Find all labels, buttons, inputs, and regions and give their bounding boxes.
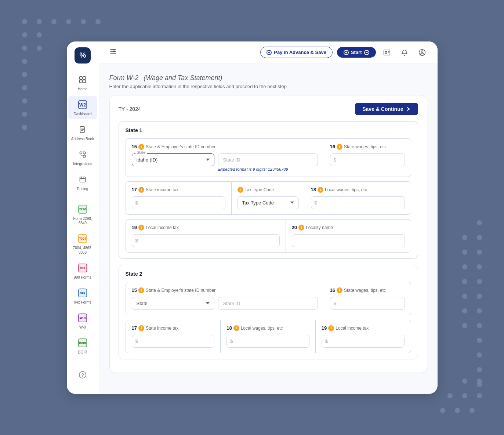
sidebar-item-pricing[interactable]: Pricing (68, 171, 97, 194)
field17-label: 17 i State income tax (132, 187, 225, 193)
state2-field19-wrapper: $ (322, 335, 405, 348)
state2-id-wrapper (218, 297, 318, 310)
pay-advance-button[interactable]: Pay in Advance & Save (260, 47, 333, 58)
svg-text:7004: 7004 (79, 236, 86, 240)
state2-field19-info-icon[interactable]: i (328, 325, 334, 331)
state1-field20-input[interactable] (292, 234, 405, 247)
state1-field19-input[interactable] (132, 234, 280, 247)
sidebar-item-home[interactable]: Home (68, 71, 97, 94)
w9-icon: W-9 (77, 312, 88, 324)
state2-field17-info-icon[interactable]: i (138, 325, 144, 331)
sidebar-item-integrations[interactable]: Integrations (68, 146, 97, 169)
sidebar-item-addressbook[interactable]: Address Book (68, 121, 97, 144)
990-icon: 990 (77, 262, 88, 274)
svg-text:?: ? (81, 372, 84, 377)
app-logo[interactable]: % (75, 47, 91, 64)
sidebar-item-form2290[interactable]: 2290 Form 2290, 8849 (68, 200, 97, 228)
state2-field19-label: 19 i Local income tax (322, 325, 405, 331)
app-container: % Home W2 (67, 41, 438, 394)
sidebar-label-form2290: Form 2290, 8849 (69, 217, 96, 225)
field17-wrapper: $ (132, 196, 225, 209)
sidebar-label-home: Home (78, 87, 88, 91)
hamburger-button[interactable] (108, 46, 118, 58)
field16-info-icon[interactable]: i (337, 144, 342, 150)
state2-field15-info-icon[interactable]: i (138, 287, 144, 293)
svg-rect-3 (83, 80, 86, 82)
sidebar-item-w9[interactable]: W-9 W-9 (68, 309, 97, 333)
sidebar-label-integrations: Integrations (73, 162, 92, 166)
field19-wrapper: $ (132, 234, 280, 247)
sidebar-item-990[interactable]: 990 990 Forms (68, 259, 97, 283)
form-subtitle: Enter the applicable information in the … (109, 84, 427, 89)
field18-dollar: $ (315, 200, 317, 206)
state2-field19-input[interactable] (322, 335, 405, 348)
sidebar-item-94x[interactable]: 94x 94x Forms (68, 284, 97, 308)
form-area: Form W-2 (Wage and Tax Statement) Enter … (99, 64, 438, 394)
state2-state-select[interactable]: State (132, 297, 215, 310)
state2-field17-input[interactable] (132, 335, 215, 348)
page-title: Form W-2 (Wage and Tax Statement) (109, 73, 427, 82)
state2-field18-label: 18 i Local wages, tips, etc (226, 325, 309, 331)
field16-dollar: $ (334, 157, 336, 163)
contacts-button[interactable] (380, 46, 394, 59)
state1-hint: Expected format is 9 digits: 123456789 (218, 167, 318, 171)
field15-info-icon[interactable]: i (138, 144, 144, 150)
state1-field18-input[interactable] (311, 196, 405, 209)
sidebar-label-addressbook: Address Book (71, 137, 94, 141)
state2-field18-wrapper: $ (226, 335, 309, 348)
state1-field16-input[interactable] (330, 153, 405, 166)
state1-field17-input[interactable] (132, 196, 225, 209)
field18-info-icon[interactable]: i (318, 187, 323, 193)
field16-input-wrapper: $ (330, 153, 405, 166)
state2-state-id-input[interactable] (218, 297, 318, 310)
sidebar-item-boir[interactable]: BOIR BOIR (68, 334, 97, 358)
field20-info-icon[interactable]: i (298, 225, 304, 231)
help-icon: ? (77, 369, 88, 381)
start-label: Start (351, 50, 362, 55)
state2-field16-info-icon[interactable]: i (337, 287, 342, 293)
svg-point-47 (421, 51, 423, 52)
state2-field17-label: 17 i State income tax (132, 325, 215, 331)
svg-text:W2: W2 (79, 102, 86, 107)
svg-text:2290: 2290 (79, 207, 86, 211)
pricing-icon (77, 174, 88, 185)
sidebar-label-990: 990 Forms (74, 275, 91, 280)
notifications-button[interactable] (398, 46, 411, 59)
state2-title: State 2 (126, 271, 411, 277)
state2-field16-input[interactable] (330, 297, 405, 310)
integrations-icon (77, 149, 88, 160)
sidebar-item-dashboard[interactable]: W2 Dashboard (68, 96, 97, 119)
sidebar-label-dashboard: Dashboard (74, 112, 92, 116)
dashboard-icon: W2 (77, 99, 88, 110)
tax-type-info-icon[interactable]: i (238, 187, 243, 193)
profile-button[interactable] (416, 46, 429, 59)
state1-state-id-input[interactable] (218, 153, 318, 166)
sidebar-divider (73, 198, 92, 198)
state2-field19-dollar: $ (325, 338, 328, 344)
svg-rect-2 (80, 80, 82, 82)
state2-field16-label: 16 i State wages, tips, etc (330, 287, 405, 293)
form2290-icon: 2290 (77, 203, 88, 215)
sidebar-label-94x: 94x Forms (74, 300, 91, 305)
home-icon (77, 74, 88, 86)
sidebar: % Home W2 (67, 41, 99, 394)
field19-info-icon[interactable]: i (138, 225, 144, 231)
state2-field18-input[interactable] (226, 335, 309, 348)
field17-info-icon[interactable]: i (138, 187, 144, 193)
state1-tax-type-select[interactable]: Tax Type Code (238, 196, 299, 209)
start-button[interactable]: Start (337, 47, 376, 58)
svg-rect-6 (80, 126, 84, 133)
svg-rect-11 (83, 152, 86, 154)
save-continue-button[interactable]: Save & Continue (355, 103, 418, 115)
state2-field18-info-icon[interactable]: i (233, 325, 239, 331)
sidebar-item-help[interactable]: ? (68, 366, 97, 385)
sidebar-item-7004[interactable]: 7004 7004, 4868, 8868 (68, 230, 97, 258)
header-right: Pay in Advance & Save Start (260, 46, 428, 59)
sidebar-label-w9: W-9 (79, 325, 86, 330)
sidebar-label-pricing: Pricing (77, 187, 88, 191)
boir-icon: BOIR (77, 337, 88, 349)
svg-text:W-9: W-9 (80, 316, 86, 319)
state1-title: State 1 (126, 127, 411, 133)
state1-state-select[interactable]: Idaho (ID) (132, 153, 215, 166)
form-title-sub: (Wage and Tax Statement) (144, 74, 222, 81)
